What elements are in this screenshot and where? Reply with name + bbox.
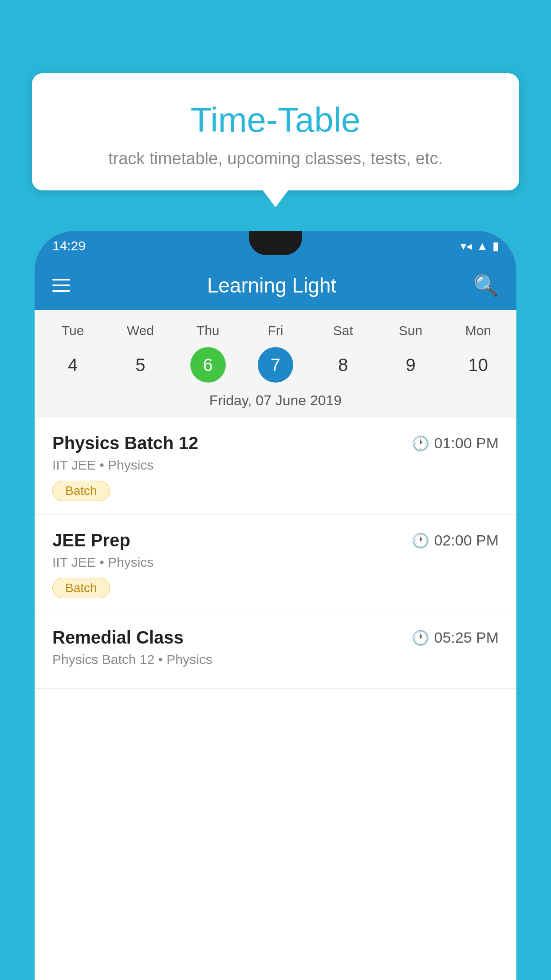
day-6-today[interactable]: 6 — [190, 347, 226, 383]
calendar-strip: Tue Wed Thu Fri Sat Sun Mon 4 5 6 7 8 9 … — [35, 310, 516, 418]
day-numbers: 4 5 6 7 8 9 10 — [39, 347, 512, 383]
session-time-2: 🕐 02:00 PM — [412, 532, 499, 549]
phone-screen: 14:29 ▾◂ ▲ ▮ Learning Light 🔍 Tue — [35, 231, 516, 980]
time-value-3: 05:25 PM — [434, 629, 499, 646]
day-7-selected[interactable]: 7 — [258, 347, 293, 383]
session-time-3: 🕐 05:25 PM — [412, 629, 499, 646]
session-title-3: Remedial Class — [52, 628, 184, 648]
tooltip-title: Time-Table — [54, 100, 497, 140]
day-8[interactable]: 8 — [325, 347, 361, 383]
time-value-1: 01:00 PM — [434, 435, 499, 452]
battery-icon: ▮ — [492, 239, 499, 253]
phone-notch — [249, 231, 302, 255]
phone-mockup: 14:29 ▾◂ ▲ ▮ Learning Light 🔍 Tue — [35, 231, 516, 980]
session-time-1: 🕐 01:00 PM — [412, 435, 499, 452]
day-9[interactable]: 9 — [393, 347, 429, 383]
day-5[interactable]: 5 — [122, 347, 158, 383]
day-header-tue: Tue — [39, 319, 106, 343]
session-title-1: Physics Batch 12 — [52, 433, 198, 453]
day-4[interactable]: 4 — [55, 347, 91, 383]
clock-icon-1: 🕐 — [412, 435, 429, 452]
tooltip-card: Time-Table track timetable, upcoming cla… — [32, 73, 519, 190]
status-time: 14:29 — [52, 238, 86, 253]
day-header-sun: Sun — [377, 319, 444, 343]
tooltip-subtitle: track timetable, upcoming classes, tests… — [54, 149, 497, 168]
app-bar: Learning Light 🔍 — [35, 261, 516, 310]
phone-outer: 14:29 ▾◂ ▲ ▮ Learning Light 🔍 Tue — [35, 231, 516, 980]
batch-tag-1: Batch — [52, 481, 110, 501]
session-card-header-1: Physics Batch 12 🕐 01:00 PM — [52, 433, 499, 453]
session-title-2: JEE Prep — [52, 530, 130, 550]
status-icons: ▾◂ ▲ ▮ — [460, 239, 499, 253]
signal-icon: ▲ — [476, 239, 488, 253]
day-headers: Tue Wed Thu Fri Sat Sun Mon — [39, 319, 512, 343]
selected-date-label: Friday, 07 June 2019 — [39, 387, 512, 418]
day-10[interactable]: 10 — [460, 347, 496, 383]
session-card-header-3: Remedial Class 🕐 05:25 PM — [52, 628, 499, 648]
session-meta-2: IIT JEE • Physics — [52, 555, 499, 570]
clock-icon-3: 🕐 — [412, 629, 429, 646]
session-card-header-2: JEE Prep 🕐 02:00 PM — [52, 530, 499, 550]
session-meta-1: IIT JEE • Physics — [52, 458, 499, 473]
search-button[interactable]: 🔍 — [473, 273, 499, 297]
clock-icon-2: 🕐 — [412, 532, 429, 549]
day-header-mon: Mon — [445, 319, 512, 343]
day-header-thu: Thu — [174, 319, 242, 343]
day-header-fri: Fri — [242, 319, 309, 343]
day-header-wed: Wed — [106, 319, 174, 343]
time-value-2: 02:00 PM — [434, 532, 499, 549]
session-card-2[interactable]: JEE Prep 🕐 02:00 PM IIT JEE • Physics Ba… — [35, 515, 516, 612]
session-card-1[interactable]: Physics Batch 12 🕐 01:00 PM IIT JEE • Ph… — [35, 418, 516, 515]
wifi-icon: ▾◂ — [460, 239, 472, 253]
app-title: Learning Light — [83, 273, 460, 297]
content-area[interactable]: Physics Batch 12 🕐 01:00 PM IIT JEE • Ph… — [35, 418, 516, 980]
batch-tag-2: Batch — [52, 578, 110, 598]
day-header-sat: Sat — [309, 319, 377, 343]
session-card-3[interactable]: Remedial Class 🕐 05:25 PM Physics Batch … — [35, 612, 516, 689]
session-meta-3: Physics Batch 12 • Physics — [52, 652, 499, 667]
menu-button[interactable] — [52, 279, 70, 292]
